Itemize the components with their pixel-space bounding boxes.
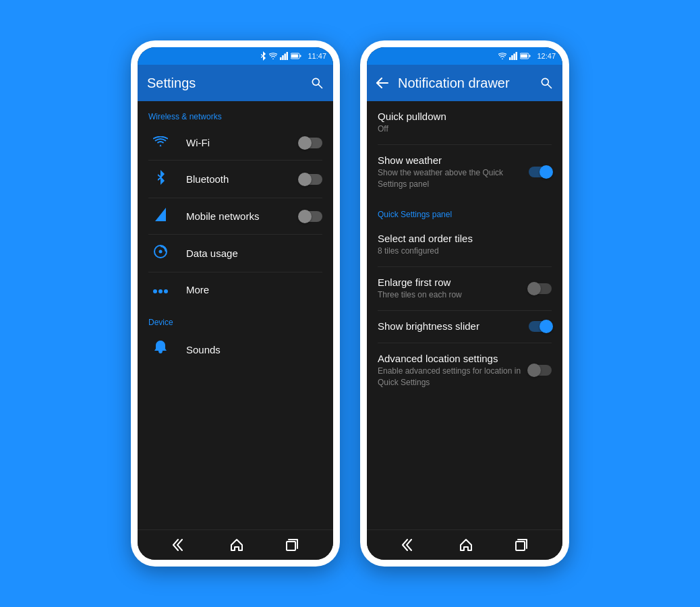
sounds-icon <box>148 341 173 359</box>
bluetooth-status-icon <box>260 51 266 61</box>
battery-status-icon <box>291 53 301 59</box>
notification-drawer-title: Notification drawer <box>398 76 510 91</box>
select-order-tiles-item[interactable]: Select and order tiles 8 tiles configure… <box>367 223 562 266</box>
bottom-nav-1 <box>138 529 333 560</box>
settings-title: Settings <box>147 76 196 91</box>
phone-notification-drawer: 12:47 Notification drawer Quick pulldown <box>360 40 569 567</box>
sounds-menu-item[interactable]: Sounds <box>138 331 333 368</box>
svg-point-24 <box>542 78 548 85</box>
quick-pulldown-subtitle: Off <box>378 123 545 135</box>
wifi-icon <box>148 135 173 150</box>
quick-pulldown-item[interactable]: Quick pulldown Off <box>367 101 562 144</box>
home-nav-icon-2[interactable] <box>459 538 473 552</box>
svg-point-11 <box>159 250 163 254</box>
back-nav-icon-2[interactable] <box>402 539 417 551</box>
app-bar-left: Notification drawer <box>376 76 510 91</box>
status-bar-1: 11:47 <box>138 47 333 65</box>
svg-point-7 <box>312 78 319 85</box>
advanced-location-item[interactable]: Advanced location settings Enable advanc… <box>367 343 562 398</box>
status-icons-1 <box>260 51 301 61</box>
bluetooth-label: Bluetooth <box>186 173 299 185</box>
show-weather-title: Show weather <box>378 154 522 166</box>
more-label: More <box>186 284 322 295</box>
battery-status-icon-2 <box>520 53 531 59</box>
svg-line-8 <box>319 85 322 88</box>
svg-rect-21 <box>521 55 527 58</box>
notification-app-bar: Notification drawer <box>367 65 562 101</box>
signal-status-icon <box>280 52 288 60</box>
search-icon-1[interactable] <box>310 76 324 90</box>
bottom-nav-2 <box>367 529 562 560</box>
time-display-2: 12:47 <box>537 52 556 60</box>
mobile-toggle[interactable] <box>299 211 322 222</box>
quick-pulldown-title: Quick pulldown <box>378 111 545 122</box>
back-nav-icon-1[interactable] <box>173 539 187 551</box>
data-usage-icon <box>148 244 173 262</box>
svg-rect-26 <box>516 542 525 550</box>
select-order-tiles-subtitle: 8 tiles configured <box>378 245 545 257</box>
svg-point-13 <box>158 289 163 293</box>
enlarge-first-row-subtitle: Three tiles on each row <box>378 289 522 301</box>
home-nav-icon-1[interactable] <box>230 538 243 552</box>
svg-point-14 <box>164 289 168 293</box>
qs-panel-section-header: Quick Settings panel <box>367 199 562 223</box>
svg-rect-18 <box>514 54 516 61</box>
settings-app-bar: Settings <box>138 65 333 101</box>
settings-content: Wireless & networks Wi-Fi <box>138 101 333 529</box>
time-display-1: 11:47 <box>308 52 326 60</box>
show-weather-toggle[interactable] <box>529 167 552 177</box>
svg-point-12 <box>153 289 157 293</box>
svg-rect-15 <box>287 542 295 550</box>
wifi-toggle[interactable] <box>299 138 322 148</box>
data-usage-menu-item[interactable]: Data usage <box>138 235 333 272</box>
svg-rect-17 <box>512 55 514 60</box>
phone-settings: 11:47 Settings Wireless & networks <box>131 40 340 567</box>
wifi-label: Wi-Fi <box>186 137 299 148</box>
quick-pulldown-text: Quick pulldown Off <box>378 111 552 135</box>
more-menu-item[interactable]: More <box>138 272 333 307</box>
back-arrow-icon[interactable] <box>376 78 388 88</box>
notification-content: Quick pulldown Off Show weather Show the… <box>367 101 562 529</box>
svg-rect-19 <box>516 52 518 60</box>
recents-nav-icon-1[interactable] <box>286 539 298 551</box>
svg-rect-22 <box>529 55 531 57</box>
advanced-location-title: Advanced location settings <box>378 353 522 364</box>
data-usage-label: Data usage <box>186 248 322 259</box>
settings-screen: 11:47 Settings Wireless & networks <box>138 47 333 560</box>
enlarge-first-row-text: Enlarge first row Three tiles on each ro… <box>378 277 529 301</box>
more-icon <box>148 282 173 297</box>
bluetooth-menu-item[interactable]: Bluetooth <box>138 161 333 198</box>
show-weather-item[interactable]: Show weather Show the weather above the … <box>367 145 562 200</box>
svg-line-25 <box>548 85 552 88</box>
bluetooth-toggle[interactable] <box>299 174 322 185</box>
svg-rect-0 <box>280 57 282 60</box>
recents-nav-icon-2[interactable] <box>515 539 527 551</box>
sounds-label: Sounds <box>186 344 322 355</box>
enlarge-first-row-item[interactable]: Enlarge first row Three tiles on each ro… <box>367 267 562 310</box>
brightness-slider-toggle[interactable] <box>529 321 552 332</box>
svg-marker-9 <box>155 208 166 221</box>
select-order-tiles-title: Select and order tiles <box>378 233 545 244</box>
mobile-networks-menu-item[interactable]: Mobile networks <box>138 198 333 234</box>
brightness-slider-title: Show brightness slider <box>378 320 522 332</box>
advanced-location-toggle[interactable] <box>529 365 552 376</box>
svg-rect-5 <box>291 55 298 58</box>
wifi-menu-item[interactable]: Wi-Fi <box>138 125 333 160</box>
advanced-location-subtitle: Enable advanced settings for location in… <box>378 366 522 388</box>
brightness-slider-text: Show brightness slider <box>378 320 529 333</box>
enlarge-row-toggle[interactable] <box>529 283 552 294</box>
wifi-status-icon <box>269 53 277 59</box>
svg-rect-6 <box>300 55 301 57</box>
svg-rect-2 <box>285 54 287 61</box>
mobile-networks-label: Mobile networks <box>186 210 299 222</box>
mobile-signal-icon <box>148 208 173 225</box>
brightness-slider-item[interactable]: Show brightness slider <box>367 311 562 343</box>
enlarge-first-row-title: Enlarge first row <box>378 277 522 288</box>
svg-rect-1 <box>283 55 285 60</box>
show-weather-text: Show weather Show the weather above the … <box>378 154 529 190</box>
status-icons-2 <box>498 52 531 60</box>
search-icon-2[interactable] <box>539 76 553 90</box>
notification-screen: 12:47 Notification drawer Quick pulldown <box>367 47 562 560</box>
show-weather-subtitle: Show the weather above the Quick Setting… <box>378 167 522 190</box>
bluetooth-icon <box>148 170 173 188</box>
